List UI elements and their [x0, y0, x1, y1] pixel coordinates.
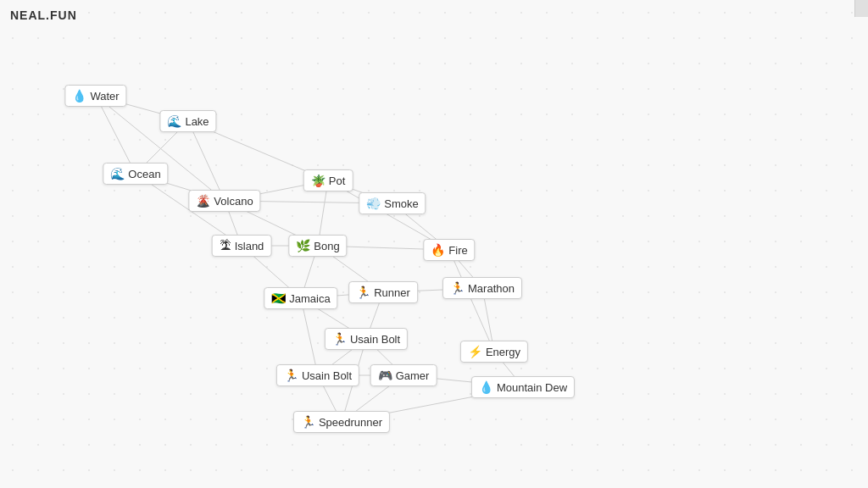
- node-icon-usain_bolt2: 🏃: [284, 369, 298, 382]
- node-label-water: Water: [90, 90, 119, 103]
- node-icon-runner: 🏃: [356, 286, 370, 299]
- node-icon-island: 🏝: [220, 239, 231, 252]
- node-label-smoke: Smoke: [384, 197, 418, 210]
- node-mtn_dew[interactable]: 💧Mountain Dew: [471, 376, 575, 398]
- node-icon-mtn_dew: 💧: [479, 380, 493, 394]
- node-label-usain_bolt1: Usain Bolt: [350, 333, 400, 346]
- node-icon-fire: 🔥: [431, 243, 445, 257]
- node-icon-lake: 🌊: [167, 114, 181, 128]
- node-usain_bolt1[interactable]: 🏃Usain Bolt: [325, 328, 408, 350]
- node-icon-smoke: 💨: [366, 197, 381, 210]
- node-icon-volcano: 🌋: [196, 194, 210, 208]
- node-label-usain_bolt2: Usain Bolt: [302, 369, 352, 382]
- node-label-gamer: Gamer: [396, 369, 430, 382]
- node-volcano[interactable]: 🌋Volcano: [188, 190, 260, 212]
- node-gamer[interactable]: 🎮Gamer: [370, 364, 437, 386]
- node-icon-usain_bolt1: 🏃: [332, 332, 347, 346]
- node-lake[interactable]: 🌊Lake: [159, 110, 216, 132]
- node-icon-gamer: 🎮: [378, 369, 392, 382]
- node-jamaica[interactable]: 🇯🇲Jamaica: [264, 287, 337, 309]
- node-label-mtn_dew: Mountain Dew: [497, 381, 567, 394]
- graph-canvas: 💧Water🌊Lake🌊Ocean🌋Volcano🪴Pot💨Smoke🏝Isla…: [0, 0, 868, 488]
- node-usain_bolt2[interactable]: 🏃Usain Bolt: [276, 364, 359, 386]
- node-label-runner: Runner: [374, 286, 410, 299]
- node-energy[interactable]: ⚡Energy: [460, 341, 528, 363]
- node-fire[interactable]: 🔥Fire: [423, 239, 475, 261]
- node-icon-jamaica: 🇯🇲: [271, 291, 286, 305]
- node-island[interactable]: 🏝Island: [212, 235, 272, 257]
- node-icon-ocean: 🌊: [110, 167, 125, 180]
- node-ocean[interactable]: 🌊Ocean: [103, 163, 168, 185]
- node-marathon[interactable]: 🏃Marathon: [442, 277, 522, 299]
- node-bong[interactable]: 🌿Bong: [288, 235, 347, 257]
- node-label-island: Island: [235, 240, 264, 252]
- node-label-volcano: Volcano: [214, 195, 253, 208]
- node-label-pot: Pot: [329, 175, 346, 187]
- node-speedrunner[interactable]: 🏃Speedrunner: [293, 411, 390, 433]
- node-label-marathon: Marathon: [468, 282, 515, 295]
- node-label-ocean: Ocean: [128, 168, 160, 180]
- svg-line-4: [188, 121, 225, 201]
- node-water[interactable]: 💧Water: [64, 85, 126, 107]
- node-label-bong: Bong: [314, 240, 339, 252]
- node-label-jamaica: Jamaica: [289, 292, 330, 305]
- node-label-energy: Energy: [486, 346, 520, 358]
- node-icon-pot: 🪴: [311, 174, 326, 187]
- node-smoke[interactable]: 💨Smoke: [359, 192, 426, 214]
- node-icon-energy: ⚡: [468, 345, 482, 358]
- node-label-fire: Fire: [448, 244, 467, 257]
- node-icon-speedrunner: 🏃: [301, 415, 315, 429]
- svg-line-22: [449, 250, 494, 352]
- node-label-lake: Lake: [185, 115, 209, 128]
- node-icon-marathon: 🏃: [450, 281, 465, 295]
- node-pot[interactable]: 🪴Pot: [303, 169, 353, 191]
- node-label-speedrunner: Speedrunner: [319, 416, 382, 429]
- node-runner[interactable]: 🏃Runner: [348, 281, 418, 303]
- node-icon-water: 💧: [72, 89, 86, 103]
- node-icon-bong: 🌿: [296, 239, 310, 252]
